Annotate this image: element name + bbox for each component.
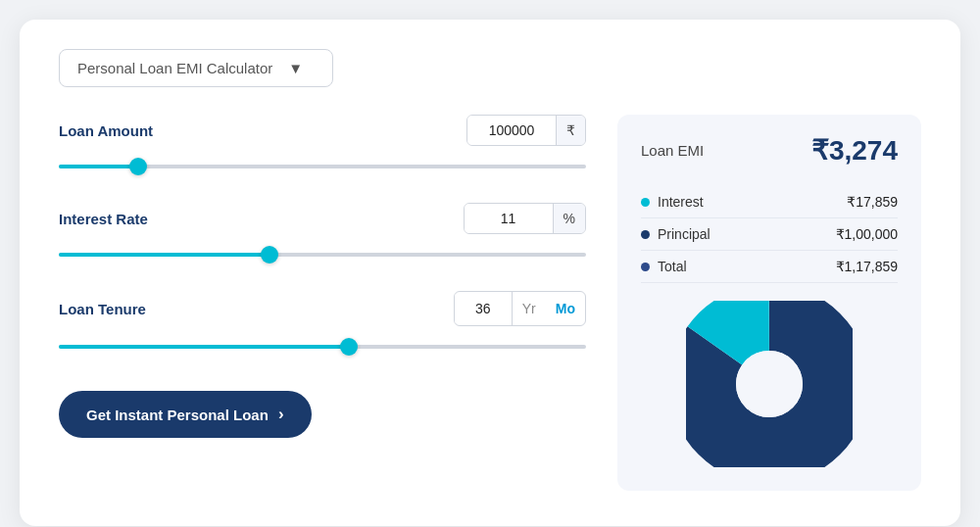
tenure-mo-button[interactable]: Mo <box>546 294 585 323</box>
tenure-yr-button[interactable]: Yr <box>513 294 546 323</box>
loan-amount-slider-wrap <box>59 158 586 175</box>
interest-rate-suffix: % <box>553 204 585 233</box>
dot-total-icon <box>641 263 650 271</box>
breakdown-interest: Interest ₹17,859 <box>641 186 898 218</box>
breakdown-principal: Principal ₹1,00,000 <box>641 218 898 251</box>
pie-chart <box>686 301 853 467</box>
interest-rate-input-row: Interest Rate % <box>59 203 586 234</box>
emi-value: ₹3,274 <box>811 134 898 167</box>
top-row: Personal Loan EMI Calculator ▼ <box>59 49 921 87</box>
breakdown-interest-amount: ₹17,859 <box>847 194 898 210</box>
left-panel: Loan Amount ₹ Interest Rat <box>59 115 586 491</box>
loan-tenure-group: Loan Tenure Yr Mo <box>59 291 586 356</box>
cta-section: Get Instant Personal Loan › <box>59 383 586 438</box>
loan-tenure-input[interactable] <box>455 294 512 323</box>
emi-header: Loan EMI ₹3,274 <box>641 134 898 167</box>
emi-label: Loan EMI <box>641 142 704 159</box>
loan-tenure-slider-wrap <box>59 338 586 356</box>
loan-amount-input-row: Loan Amount ₹ <box>59 115 586 146</box>
content-row: Loan Amount ₹ Interest Rat <box>59 115 921 491</box>
pie-chart-container <box>641 301 898 467</box>
calculator-type-dropdown[interactable]: Personal Loan EMI Calculator ▼ <box>59 49 333 87</box>
dot-principal-icon <box>641 230 650 239</box>
loan-amount-group: Loan Amount ₹ <box>59 115 586 175</box>
loan-amount-label: Loan Amount <box>59 122 153 139</box>
interest-rate-label: Interest Rate <box>59 211 148 227</box>
dot-interest-icon <box>641 198 650 207</box>
get-loan-button[interactable]: Get Instant Personal Loan › <box>59 391 312 438</box>
breakdown-total-amount: ₹1,17,859 <box>836 259 899 274</box>
interest-rate-field-wrap: % <box>464 203 586 234</box>
cta-arrow-icon: › <box>278 405 284 424</box>
interest-rate-group: Interest Rate % <box>59 203 586 264</box>
loan-amount-suffix: ₹ <box>556 116 585 145</box>
chevron-down-icon: ▼ <box>288 60 303 76</box>
loan-tenure-input-row: Loan Tenure Yr Mo <box>59 291 586 326</box>
breakdown-total: Total ₹1,17,859 <box>641 251 898 283</box>
breakdown-principal-amount: ₹1,00,000 <box>836 226 899 242</box>
loan-amount-field-wrap: ₹ <box>466 115 586 146</box>
tenure-field-wrap: Yr Mo <box>454 291 586 326</box>
calculator-card: Personal Loan EMI Calculator ▼ Loan Amou… <box>20 20 960 526</box>
dropdown-label: Personal Loan EMI Calculator <box>77 60 272 76</box>
interest-rate-input[interactable] <box>465 204 553 233</box>
loan-amount-input[interactable] <box>467 116 556 145</box>
breakdown-principal-label: Principal <box>658 226 710 242</box>
breakdown-interest-label: Interest <box>658 194 704 210</box>
cta-label: Get Instant Personal Loan <box>86 407 269 423</box>
svg-point-2 <box>736 351 803 417</box>
breakdown-total-label: Total <box>658 259 687 274</box>
loan-tenure-label: Loan Tenure <box>59 301 146 317</box>
right-panel: Loan EMI ₹3,274 Interest ₹17,859 Princip… <box>617 115 921 491</box>
interest-rate-slider-wrap <box>59 246 586 264</box>
